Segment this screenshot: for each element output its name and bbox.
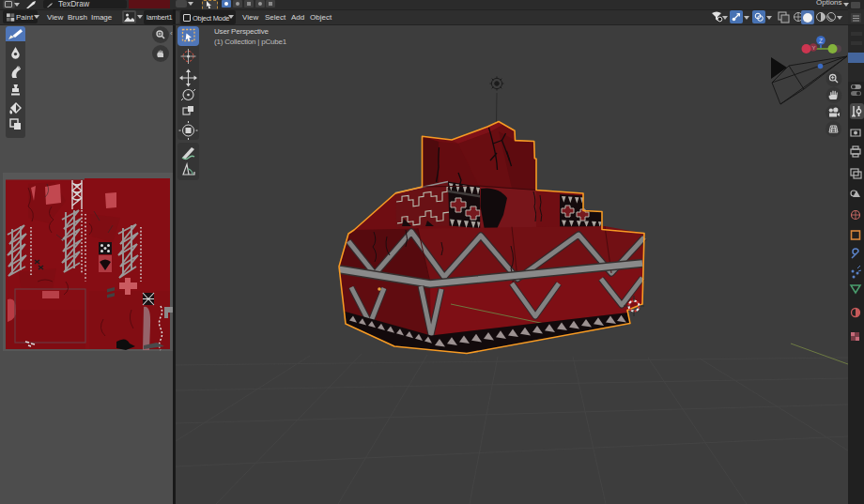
svg-text:Y: Y [811,45,815,51]
svg-text:Z: Z [819,38,823,44]
